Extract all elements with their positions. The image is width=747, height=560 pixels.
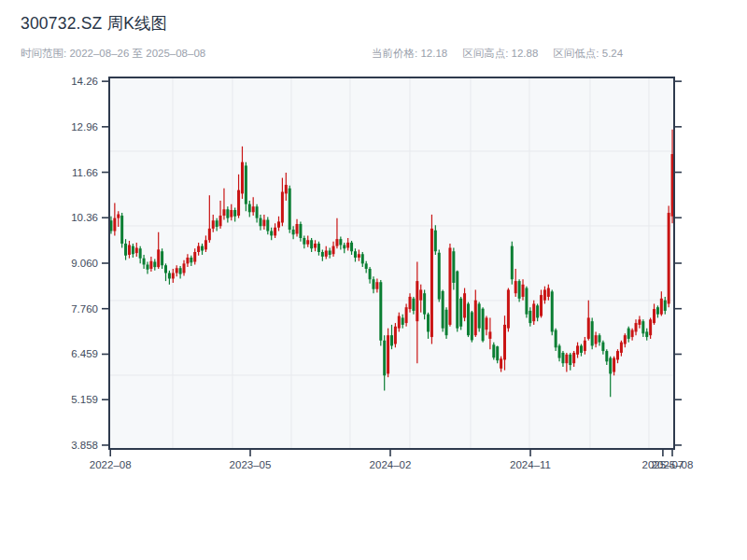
- candle-body: [525, 288, 528, 315]
- candle-body: [139, 248, 142, 258]
- candle-body: [113, 218, 116, 231]
- candle-body: [438, 253, 441, 300]
- candle-body: [430, 229, 433, 337]
- candle-body: [233, 210, 236, 217]
- candle-body: [350, 243, 353, 251]
- candle-body: [266, 220, 269, 231]
- candle-body: [120, 216, 123, 244]
- candle-body: [241, 162, 244, 194]
- candle-body: [157, 249, 160, 267]
- candle-body: [474, 301, 477, 335]
- candle-body: [281, 192, 284, 223]
- candle-body: [638, 319, 641, 325]
- candle-body: [551, 291, 554, 331]
- candle-body: [310, 240, 313, 248]
- candle-body: [482, 309, 485, 341]
- x-tick-label: 2025–08: [652, 459, 694, 470]
- y-tick-label: 12.96: [71, 121, 98, 133]
- candle-body: [164, 265, 167, 273]
- y-tick-label: 6.459: [71, 348, 98, 359]
- candle-body: [624, 335, 627, 343]
- candle-body: [230, 210, 233, 217]
- candle-body: [193, 252, 196, 261]
- candle-body: [149, 261, 152, 269]
- candle-body: [289, 189, 291, 230]
- candle-body: [329, 251, 331, 255]
- y-tick-label: 3.858: [71, 440, 98, 451]
- candle-body: [584, 341, 586, 351]
- candle-body: [649, 319, 652, 335]
- candle-body: [398, 316, 401, 329]
- candle-body: [620, 343, 623, 353]
- candle-body: [135, 248, 138, 254]
- candle-body: [201, 246, 204, 251]
- candle-body: [339, 239, 342, 245]
- candle-body: [547, 288, 550, 297]
- candle-body: [183, 263, 186, 273]
- candle-body: [653, 309, 655, 323]
- candle-body: [387, 335, 389, 373]
- candle-body: [668, 213, 670, 303]
- candle-body: [423, 293, 426, 314]
- candle-body: [555, 330, 557, 348]
- candle-body: [226, 209, 229, 217]
- candle-body: [172, 273, 175, 278]
- candle-body: [306, 240, 309, 244]
- candle-body: [645, 331, 648, 337]
- candle-body: [471, 312, 473, 340]
- candle-body: [459, 299, 462, 327]
- candle-body: [488, 331, 491, 338]
- candle-body: [212, 220, 215, 229]
- candle-body: [558, 345, 561, 357]
- candle-body: [503, 325, 506, 359]
- candle-body: [664, 301, 667, 311]
- candle-body: [419, 289, 422, 300]
- candle-body: [285, 185, 288, 193]
- candle-body: [518, 281, 521, 299]
- candle-body: [179, 268, 182, 273]
- candle-body: [500, 358, 502, 368]
- candle-body: [245, 165, 247, 203]
- candle-body: [591, 321, 594, 345]
- candle-body: [204, 240, 207, 249]
- candle-body: [375, 282, 378, 288]
- y-tick-label: 5.159: [71, 394, 98, 405]
- candle-body: [613, 358, 615, 372]
- candle-body: [532, 303, 535, 321]
- candle-body: [208, 229, 211, 240]
- candle-body: [296, 224, 299, 233]
- candle-body: [467, 303, 470, 335]
- candle-body: [358, 254, 360, 258]
- candle-body: [153, 262, 156, 268]
- candle-body: [405, 307, 408, 323]
- candle-body: [448, 248, 451, 325]
- candle-body: [186, 258, 189, 263]
- candle-body: [442, 291, 444, 329]
- plot-area: [109, 77, 674, 449]
- y-tick-label: 14.26: [71, 76, 98, 87]
- candle-body: [595, 335, 598, 343]
- candle-body: [522, 285, 525, 297]
- candle-body: [656, 307, 659, 314]
- candle-body: [543, 289, 546, 300]
- candle-body: [463, 293, 466, 317]
- candle-body: [343, 245, 345, 249]
- candle-body: [197, 246, 200, 252]
- kline-chart: 14.2612.9611.6610.369.0607.7606.4595.159…: [0, 0, 747, 560]
- app-root: { "header": { "title": "300732.SZ 周K线图",…: [0, 0, 747, 560]
- candle-body: [299, 224, 302, 238]
- candle-body: [616, 351, 619, 359]
- candle-body: [124, 244, 127, 256]
- candle-body: [452, 251, 455, 283]
- candle-body: [383, 341, 386, 375]
- candle-body: [478, 303, 481, 328]
- candle-body: [507, 289, 510, 328]
- candle-body: [572, 353, 575, 363]
- candle-body: [412, 299, 415, 311]
- candle-body: [132, 246, 134, 255]
- candle-body: [325, 251, 328, 257]
- candle-body: [601, 343, 604, 351]
- candle-body: [222, 209, 225, 216]
- candle-body: [128, 245, 131, 255]
- x-tick-label: 2024–11: [510, 459, 551, 470]
